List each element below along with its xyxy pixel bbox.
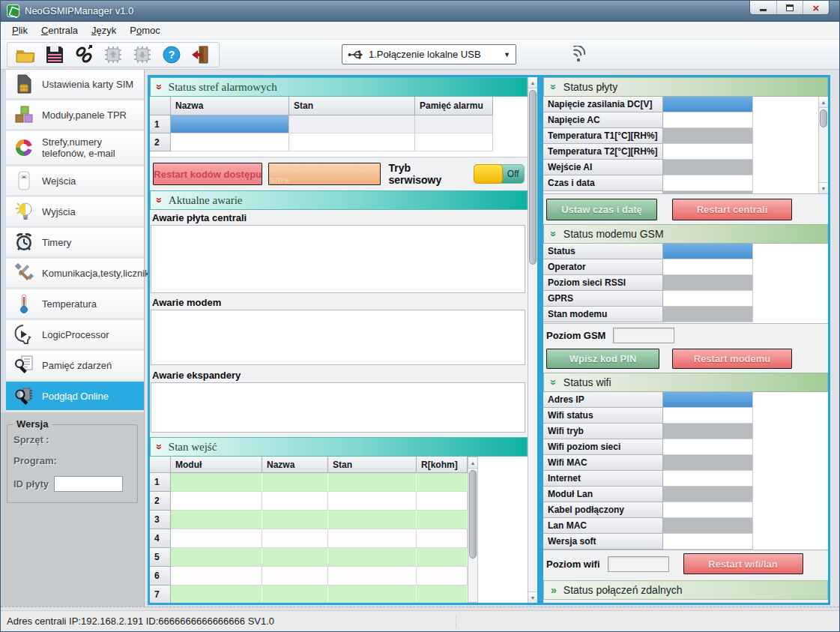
sidebar-item-wyjscia[interactable]: Wyjścia — [6, 197, 144, 228]
sidebar-item-ustawienia-karty-sim[interactable]: Ustawienia karty SIM — [6, 70, 144, 100]
sidebar-item-moduly-panele-tpr[interactable]: Moduły,panele TPR — [6, 100, 144, 131]
column-header-modul[interactable]: Moduł — [171, 457, 262, 473]
splitter-line[interactable] — [1, 607, 839, 607]
inputs-table-scrollbar[interactable]: ▲ — [468, 457, 478, 603]
status-value[interactable] — [663, 518, 753, 534]
status-value[interactable] — [663, 455, 753, 471]
zones-table-row[interactable]: 1 — [150, 115, 528, 133]
status-value[interactable] — [663, 112, 753, 128]
column-header-nazwa[interactable]: Nazwa — [171, 97, 289, 115]
zone-name-cell-selected[interactable] — [171, 115, 289, 133]
status-value[interactable] — [663, 160, 753, 175]
close-button[interactable]: × — [803, 1, 829, 14]
table-row[interactable]: Czas i data — [543, 175, 828, 191]
service-mode-toggle[interactable]: Off — [474, 164, 525, 184]
status-value[interactable] — [663, 128, 753, 144]
input-row[interactable]: 6 — [150, 567, 468, 586]
status-value[interactable] — [663, 275, 753, 291]
table-row[interactable]: Operator — [543, 259, 828, 275]
status-value[interactable] — [663, 144, 753, 160]
exit-button[interactable] — [190, 44, 212, 65]
table-row[interactable]: Poziom sieci RSSI — [543, 275, 828, 291]
status-value[interactable] — [663, 175, 753, 191]
help-button[interactable]: ? — [160, 44, 183, 65]
zone-state-cell[interactable] — [289, 133, 415, 151]
sidebar-item-strefy-numery-telefonow-email[interactable]: Strefy,numery telefonów, e-mail — [6, 131, 144, 166]
upload-config-button[interactable] — [102, 44, 124, 65]
table-row[interactable]: Wersja soft — [543, 534, 828, 550]
expander-faults-list[interactable] — [151, 382, 525, 433]
table-row[interactable]: Wifi tryb — [543, 424, 828, 439]
sidebar-item-pamiec-zdarzen[interactable]: Pamięć zdarzeń — [6, 351, 144, 382]
scrollbar-thumb[interactable] — [820, 109, 827, 127]
status-value[interactable] — [663, 291, 753, 307]
menu-plik[interactable]: Plik — [5, 22, 34, 38]
modem-faults-list[interactable] — [151, 310, 525, 365]
zones-section-header[interactable]: » Status stref alarmowych — [150, 77, 528, 97]
connection-dropdown[interactable]: 1.Połączenie lokalne USB ▼ — [342, 44, 516, 64]
wifi-status-header[interactable]: » Status wifi — [543, 373, 828, 392]
status-value[interactable] — [663, 307, 753, 322]
status-value[interactable] — [663, 439, 753, 455]
maximize-button[interactable] — [776, 1, 803, 14]
menu-pomoc[interactable]: Pomoc — [123, 22, 166, 38]
zone-alarm-memory-cell[interactable] — [415, 133, 493, 151]
faults-section-header[interactable]: » Aktualne awarie — [150, 190, 528, 210]
status-value[interactable] — [663, 534, 753, 550]
table-row[interactable]: GPRS — [543, 291, 828, 307]
status-value[interactable] — [663, 471, 753, 487]
gsm-level-field[interactable] — [613, 328, 674, 343]
open-file-button[interactable] — [14, 44, 37, 65]
input-row[interactable]: 3 — [150, 511, 468, 529]
save-button[interactable] — [43, 44, 66, 65]
input-row[interactable]: 1 — [150, 473, 468, 492]
column-header-nazwa[interactable]: Nazwa — [262, 457, 328, 473]
sidebar-item-wejscia[interactable]: Wejścia — [6, 166, 144, 197]
table-row[interactable]: Temperatura T1[°C][RH%] — [543, 128, 828, 144]
table-row[interactable]: Napięcie AC — [543, 112, 828, 128]
restart-access-codes-button[interactable]: Restart kodów dostępu — [153, 163, 262, 185]
zone-name-cell[interactable] — [171, 133, 289, 151]
input-row[interactable]: 7 — [150, 586, 468, 603]
column-header-pamiec-alarmu[interactable]: Pamięć alarmu — [415, 97, 493, 115]
table-row[interactable]: Lan MAC — [543, 518, 828, 534]
table-row[interactable]: Wifi poziom sieci — [543, 439, 828, 455]
table-row[interactable]: Kabel podłączony — [543, 502, 828, 518]
minimize-button[interactable] — [750, 1, 776, 14]
sidebar-item-komunikacja-testy-liczniki[interactable]: Komunikacja,testy,liczniki — [6, 259, 144, 289]
input-row[interactable]: 5 — [150, 548, 468, 567]
sidebar-item-podglad-online[interactable]: Podgląd Online — [6, 382, 144, 412]
menu-jezyk[interactable]: Język — [85, 22, 123, 38]
status-value-selected[interactable] — [663, 97, 753, 112]
scroll-down-icon[interactable]: ▼ — [528, 592, 537, 603]
scroll-down-icon[interactable]: ▼ — [819, 182, 828, 193]
table-row[interactable]: Status — [543, 244, 828, 259]
set-time-button[interactable]: Ustaw czas i datę — [546, 199, 657, 220]
scrollbar-thumb[interactable] — [529, 90, 537, 265]
scroll-up-icon[interactable]: ▲ — [528, 77, 537, 88]
zone-state-cell[interactable] — [289, 115, 415, 133]
table-row[interactable]: Wifi status — [543, 408, 828, 424]
zones-table-row[interactable]: 2 — [150, 133, 528, 151]
table-row[interactable]: Stan modemu — [543, 307, 828, 322]
sms-emulator-button[interactable]: Emulator sterowania sms — [268, 163, 381, 185]
center-panel-scrollbar[interactable]: ▲ ▼ — [528, 77, 537, 603]
board-status-header[interactable]: » Status płyty — [543, 77, 828, 97]
scroll-up-icon[interactable]: ▲ — [819, 97, 828, 108]
column-header-stan[interactable]: Stan — [289, 97, 415, 115]
status-value[interactable] — [663, 502, 753, 518]
zone-alarm-memory-cell[interactable] — [415, 115, 493, 133]
input-row[interactable]: 4 — [150, 529, 468, 548]
input-row[interactable]: 2 — [150, 492, 468, 511]
inputs-section-header[interactable]: » Stan wejść — [150, 437, 528, 457]
gsm-status-header[interactable]: » Status modemu GSM — [543, 224, 828, 244]
download-config-button[interactable] — [131, 44, 154, 65]
scrollbar-thumb[interactable] — [469, 470, 477, 559]
board-faults-list[interactable] — [151, 225, 525, 293]
table-row[interactable]: Adres IP — [543, 392, 828, 408]
status-value[interactable] — [663, 487, 753, 502]
table-row[interactable]: Wejście AI — [543, 160, 828, 175]
status-value[interactable] — [663, 259, 753, 275]
restart-modem-button[interactable]: Restart modemu — [672, 349, 792, 369]
board-id-input[interactable] — [54, 476, 123, 492]
